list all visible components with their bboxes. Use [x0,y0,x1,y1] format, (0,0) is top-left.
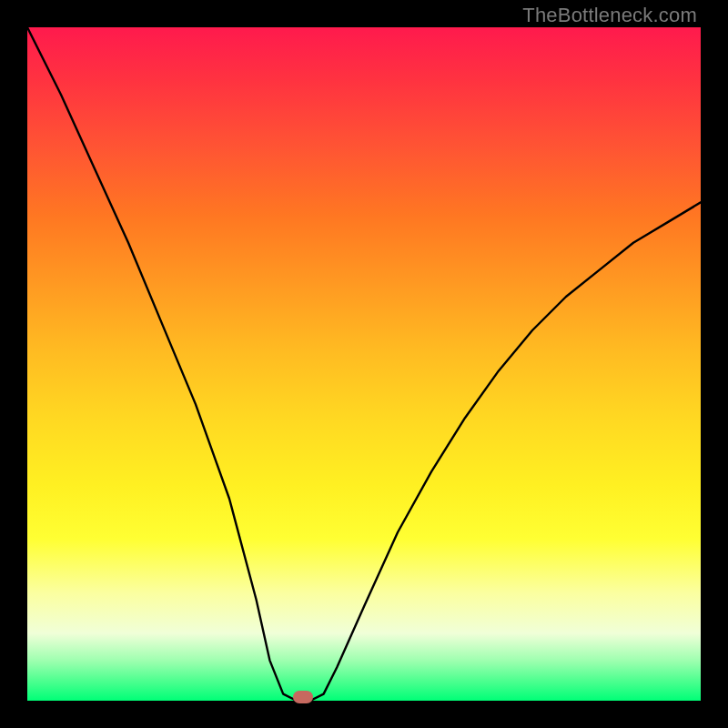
curve-svg [27,27,701,701]
chart-frame: TheBottleneck.com [0,0,728,728]
watermark-text: TheBottleneck.com [522,4,697,27]
bottleneck-curve [27,27,701,701]
optimum-marker [293,691,313,703]
plot-area [27,27,701,701]
